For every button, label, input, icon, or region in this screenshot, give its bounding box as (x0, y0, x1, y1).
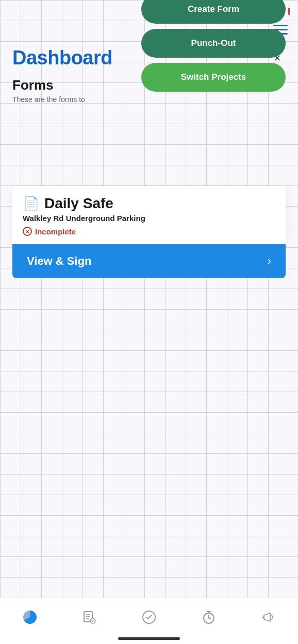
form-card: 📄 Daily Safe Walkley Rd Underground Park… (12, 186, 286, 244)
form-card-header: 📄 Daily Safe (23, 195, 275, 212)
dashboard-icon (21, 608, 39, 626)
tab-dashboard[interactable] (14, 604, 45, 630)
incomplete-icon (23, 227, 32, 236)
tasks-icon (140, 608, 158, 626)
timer-icon (200, 608, 218, 626)
page-title: Dashboard (12, 47, 112, 69)
view-sign-label: View & Sign (27, 255, 92, 268)
main-content: Dashboard × Forms These are the forms to… (0, 39, 298, 278)
view-sign-button[interactable]: View & Sign › (12, 244, 286, 278)
tab-tasks[interactable] (134, 604, 164, 630)
dropdown-menu: Create Form Punch-Out Switch Projects (141, 0, 286, 92)
home-indicator (118, 637, 180, 640)
chevron-right-icon: › (268, 255, 271, 268)
doc-icon: 📄 (23, 196, 39, 212)
tab-timer[interactable] (193, 604, 224, 630)
create-form-button[interactable]: Create Form (141, 0, 286, 24)
announcements-icon (259, 608, 277, 626)
card-container: 📄 Daily Safe Walkley Rd Underground Park… (12, 186, 286, 278)
status-indicator (288, 8, 290, 15)
form-location: Walkley Rd Underground Parking (23, 214, 275, 223)
section-subtitle: These are the forms to (12, 95, 286, 104)
status-text: Incomplete (35, 227, 76, 236)
forms-icon (80, 608, 98, 626)
switch-projects-button[interactable]: Switch Projects (141, 63, 286, 92)
tab-forms[interactable] (74, 604, 105, 630)
form-name: Daily Safe (44, 195, 113, 212)
punch-out-button[interactable]: Punch-Out (141, 29, 286, 58)
tab-announcements[interactable] (253, 604, 284, 630)
status-badge: Incomplete (23, 227, 275, 236)
